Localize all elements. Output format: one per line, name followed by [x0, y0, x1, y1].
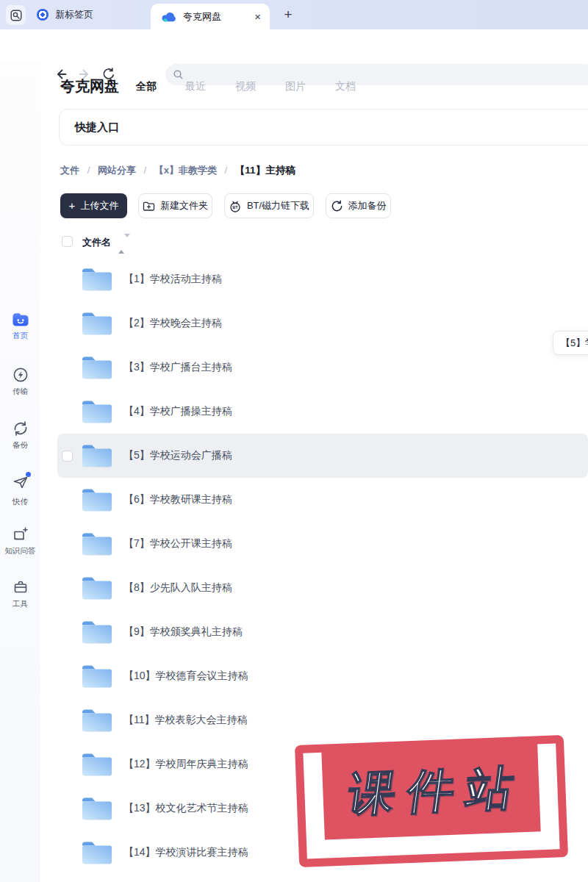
sidebar-label: 工具: [12, 599, 28, 609]
tab-title: 夸克网盘: [183, 10, 254, 24]
tab-search-icon: [10, 10, 22, 21]
sidebar-item-home[interactable]: 首页: [0, 311, 40, 341]
quark-drive-logo-icon: [161, 11, 176, 23]
file-row[interactable]: 【7】学校公开课主持稿: [57, 522, 588, 566]
folder-plus-icon: [143, 201, 155, 212]
file-name: 【13】校文化艺术节主持稿: [123, 802, 248, 815]
browser-tab-quark-drive[interactable]: 夸克网盘 ×: [151, 4, 270, 29]
file-name: 【10】学校德育会议主持稿: [123, 670, 248, 683]
folder-icon: [81, 354, 113, 381]
bt-download-icon: BT: [229, 200, 242, 212]
folder-icon: [81, 266, 113, 293]
file-list-header: 文件名: [57, 234, 588, 251]
file-name: 【8】少先队入队主持稿: [123, 581, 232, 595]
file-name: 【9】学校颁奖典礼主持稿: [123, 625, 243, 639]
breadcrumb-item[interactable]: 文件: [60, 165, 79, 176]
file-name: 【3】学校广播台主持稿: [123, 361, 232, 374]
breadcrumb-separator: /: [144, 165, 147, 176]
sidebar-label: 备份: [12, 440, 28, 451]
search-icon: [173, 69, 184, 80]
add-backup-button[interactable]: 添加备份: [326, 193, 391, 218]
row-checkbox[interactable]: [62, 451, 73, 462]
folder-icon: [81, 795, 113, 822]
upload-file-button[interactable]: + 上传文件: [60, 193, 127, 218]
watermark-stamp-inner: 课件站: [321, 742, 540, 839]
file-row[interactable]: 【4】学校广播操主持稿: [57, 390, 588, 434]
file-row[interactable]: 【2】学校晚会主持稿: [57, 301, 588, 345]
file-name: 【14】学校演讲比赛主持稿: [123, 846, 248, 859]
sidebar-item-fast-transfer[interactable]: 快传: [0, 473, 40, 507]
filter-tab-video[interactable]: 视频: [235, 80, 256, 93]
sidebar-label: 传输: [12, 387, 28, 397]
folder-icon: [81, 751, 113, 778]
file-row[interactable]: 【10】学校德育会议主持稿: [57, 654, 588, 698]
knowledge-qa-icon: [12, 526, 29, 543]
backup-sync-icon: [12, 420, 29, 437]
file-name: 【12】学校周年庆典主持稿: [123, 758, 248, 771]
filter-tab-recent[interactable]: 最近: [185, 80, 206, 93]
browser-nav-bar: [0, 29, 588, 62]
tab-title: 新标签页: [55, 8, 93, 21]
new-tab-button[interactable]: +: [278, 4, 298, 25]
close-tab-icon[interactable]: ×: [254, 11, 261, 22]
transfer-icon: [12, 366, 29, 384]
bt-magnet-download-button[interactable]: BT BT/磁力链下载: [224, 193, 314, 218]
browser-tab-strip: 新标签页 夸克网盘 × +: [0, 0, 588, 29]
sidebar-item-transfer[interactable]: 传输: [0, 366, 40, 397]
file-row[interactable]: 【1】学校活动主持稿: [57, 257, 588, 301]
file-name: 【11】学校表彰大会主持稿: [123, 714, 248, 727]
notification-dot: [26, 472, 31, 477]
sidebar-item-tools[interactable]: 工具: [0, 578, 40, 609]
breadcrumb-item[interactable]: 【x】非教学类: [154, 165, 217, 176]
file-name: 【1】学校活动主持稿: [123, 273, 222, 286]
folder-icon: [81, 310, 113, 337]
filename-tooltip: 【5】学: [553, 331, 588, 355]
toolbox-icon: [12, 578, 29, 596]
folder-icon: [81, 398, 113, 425]
watermark-stamp: 课件站: [295, 735, 568, 867]
breadcrumb-item[interactable]: 网站分享: [98, 165, 136, 176]
home-icon: [11, 311, 30, 328]
folder-icon: [81, 619, 113, 645]
folder-icon: [81, 839, 113, 866]
breadcrumb-separator: /: [87, 165, 90, 176]
select-all-checkbox[interactable]: [62, 236, 73, 247]
sidebar-label: 首页: [12, 331, 28, 341]
filter-tab-image[interactable]: 图片: [285, 80, 306, 93]
file-row[interactable]: 【9】学校颁奖典礼主持稿: [57, 610, 588, 654]
new-folder-label: 新建文件夹: [160, 199, 208, 212]
quick-entry-card[interactable]: 快捷入口: [59, 109, 588, 146]
file-name: 【7】学校公开课主持稿: [123, 537, 232, 551]
file-row[interactable]: 【5】学校运动会广播稿: [57, 434, 588, 478]
file-row[interactable]: 【11】学校表彰大会主持稿: [57, 698, 588, 742]
sort-icon[interactable]: [118, 237, 124, 251]
file-name: 【6】学校教研课主持稿: [123, 493, 232, 506]
address-search-bar[interactable]: [165, 64, 588, 85]
sidebar-label: 知识问答: [5, 546, 36, 556]
file-row[interactable]: 【3】学校广播台主持稿: [57, 345, 588, 390]
sidebar-item-knowledge-qa[interactable]: 知识问答: [0, 526, 40, 556]
file-row[interactable]: 【6】学校教研课主持稿: [57, 478, 588, 522]
file-row[interactable]: 【8】少先队入队主持稿: [57, 566, 588, 610]
svg-text:BT: BT: [232, 205, 238, 209]
file-name: 【2】学校晚会主持稿: [123, 317, 222, 330]
watermark-text: 课件站: [333, 755, 530, 826]
page-title: 夸克网盘: [60, 76, 119, 96]
upload-label: 上传文件: [80, 199, 118, 212]
folder-icon: [81, 531, 113, 557]
file-name: 【4】学校广播操主持稿: [123, 405, 232, 418]
tab-search-button[interactable]: [6, 5, 26, 25]
folder-icon: [81, 575, 113, 601]
folder-icon: [81, 663, 113, 689]
backup-label: 添加备份: [348, 199, 387, 212]
quark-browser-logo-icon: [37, 9, 49, 21]
quick-entry-title: 快捷入口: [75, 121, 119, 135]
folder-icon: [81, 442, 113, 469]
sidebar-item-backup[interactable]: 备份: [0, 420, 40, 451]
browser-tab-newtab[interactable]: 新标签页: [26, 0, 144, 29]
sidebar-label: 快传: [12, 497, 28, 507]
new-folder-button[interactable]: 新建文件夹: [138, 193, 212, 218]
filter-tab-doc[interactable]: 文档: [335, 80, 356, 93]
filename-column-header: 文件名: [82, 236, 111, 249]
filter-tab-all[interactable]: 全部: [136, 80, 157, 93]
